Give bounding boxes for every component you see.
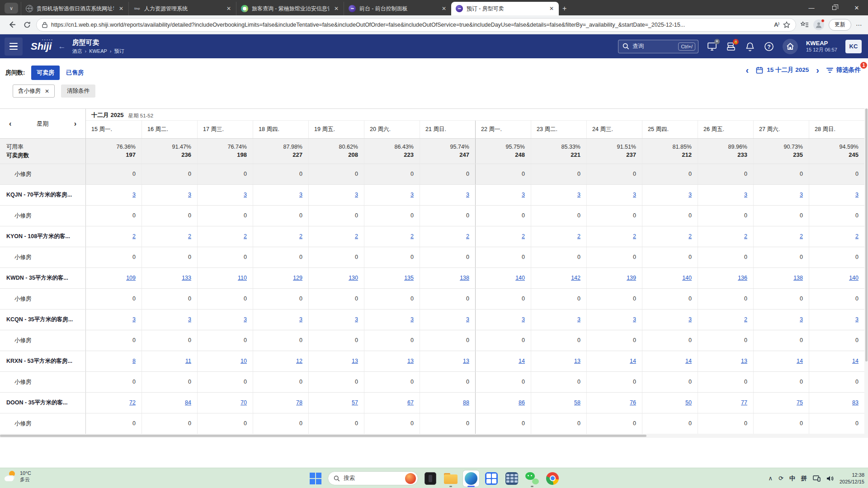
room-type-cell[interactable]: 2 xyxy=(753,226,809,247)
availability-link[interactable]: 3 xyxy=(633,191,636,199)
room-type-cell[interactable]: 3 xyxy=(809,185,864,205)
availability-link[interactable]: 3 xyxy=(466,316,469,324)
ime-scheme-indicator[interactable]: 拼 xyxy=(801,474,807,483)
room-type-cell[interactable]: 2 xyxy=(809,226,864,247)
availability-link[interactable]: 14 xyxy=(630,357,636,366)
availability-link[interactable]: 13 xyxy=(407,357,414,366)
notifications-bell-icon[interactable] xyxy=(745,41,755,52)
room-type-cell[interactable]: 2 xyxy=(420,226,475,247)
dark-app-icon[interactable] xyxy=(422,470,439,487)
edge-browser-icon[interactable] xyxy=(463,470,479,487)
availability-link[interactable]: 142 xyxy=(571,274,580,282)
room-type-cell[interactable]: 2 xyxy=(642,226,698,247)
wechat-icon[interactable] xyxy=(524,470,540,487)
tray-expand-icon[interactable]: ∧ xyxy=(769,475,773,482)
room-type-cell[interactable]: 2 xyxy=(142,226,197,247)
availability-link[interactable]: 2 xyxy=(188,233,191,241)
room-type-cell[interactable]: 3 xyxy=(86,310,142,330)
include-minor-repair-chip[interactable]: 含小修房 ✕ xyxy=(13,84,55,98)
tray-clock[interactable]: 12:38 2025/12/15 xyxy=(840,472,864,485)
back-icon[interactable] xyxy=(5,19,18,31)
chrome-icon[interactable] xyxy=(544,470,561,487)
room-type-cell[interactable]: 3 xyxy=(253,185,308,205)
room-type-cell[interactable]: 3 xyxy=(531,185,586,205)
tab-close-icon[interactable]: ✕ xyxy=(440,5,448,12)
cashier-icon[interactable]: 🔒 xyxy=(726,41,736,52)
browser-tab[interactable]: Shiji人力资源管理系统✕ xyxy=(128,2,236,15)
room-type-cell[interactable]: 2 xyxy=(308,226,364,247)
room-type-cell[interactable]: 3 xyxy=(420,310,475,330)
browser-tab[interactable]: 贵阳机场智选假日酒店系统网址导✕ xyxy=(21,2,128,15)
availability-link[interactable]: 2 xyxy=(299,233,302,241)
room-type-cell[interactable]: 129 xyxy=(253,268,308,288)
availability-link[interactable]: 2 xyxy=(410,233,414,241)
availability-link[interactable]: 2 xyxy=(800,233,803,241)
availability-link[interactable]: 13 xyxy=(352,357,358,366)
volume-icon[interactable] xyxy=(826,475,834,482)
availability-link[interactable]: 3 xyxy=(244,316,247,324)
availability-link[interactable]: 138 xyxy=(460,274,469,282)
availability-link[interactable]: 3 xyxy=(689,316,692,324)
availability-link[interactable]: 3 xyxy=(577,316,580,324)
clear-filters-button[interactable]: 清除条件 xyxy=(61,84,95,98)
availability-link[interactable]: 13 xyxy=(463,357,469,366)
room-type-cell[interactable]: 88 xyxy=(420,393,475,413)
property-block[interactable]: KWEAP 15 12月 06:57 xyxy=(806,40,837,53)
browser-update-button[interactable]: 更新 xyxy=(829,19,851,31)
availability-link[interactable]: 3 xyxy=(355,191,358,199)
availability-link[interactable]: 3 xyxy=(466,191,469,199)
availability-link[interactable]: 3 xyxy=(744,191,747,199)
room-type-cell[interactable]: 2 xyxy=(698,226,753,247)
file-explorer-icon[interactable] xyxy=(443,470,459,487)
availability-link[interactable]: 140 xyxy=(849,274,859,282)
availability-link[interactable]: 3 xyxy=(855,316,859,324)
availability-link[interactable]: 109 xyxy=(126,274,136,282)
room-type-cell[interactable]: 133 xyxy=(142,268,197,288)
room-type-cell[interactable]: 3 xyxy=(142,185,197,205)
room-type-cell[interactable]: 142 xyxy=(531,268,586,288)
room-type-cell[interactable]: 3 xyxy=(308,185,364,205)
availability-link[interactable]: 3 xyxy=(132,316,136,324)
room-type-cell[interactable]: 13 xyxy=(531,351,586,371)
room-type-cell[interactable]: 2 xyxy=(86,226,142,247)
breadcrumb-property[interactable]: KWEAP xyxy=(89,48,107,54)
room-type-cell[interactable]: 3 xyxy=(253,310,308,330)
breadcrumb-hotel[interactable]: 酒店 xyxy=(72,48,82,55)
availability-link[interactable]: 3 xyxy=(244,191,247,199)
read-aloud-icon[interactable]: A) xyxy=(774,21,779,28)
room-type-cell[interactable]: 3 xyxy=(86,185,142,205)
restore-button[interactable] xyxy=(823,0,845,15)
browser-tab[interactable]: 预订 - 房型可卖✕ xyxy=(451,2,559,15)
room-type-cell[interactable]: 13 xyxy=(364,351,420,371)
room-type-cell[interactable]: 58 xyxy=(531,393,586,413)
room-type-cell[interactable]: 3 xyxy=(698,185,753,205)
availability-link[interactable]: 3 xyxy=(522,316,525,324)
availability-link[interactable]: 3 xyxy=(355,316,358,324)
browser-menu-icon[interactable]: ⋯ xyxy=(856,21,863,28)
date-picker[interactable]: 15 十二月 2025 xyxy=(756,66,809,74)
global-search-input[interactable]: 查询 Ctrl+/ xyxy=(618,40,698,53)
tab-close-icon[interactable]: ✕ xyxy=(225,5,232,12)
room-type-cell[interactable]: 14 xyxy=(475,351,531,371)
availability-link[interactable]: 75 xyxy=(797,399,803,407)
header-back-icon[interactable]: ← xyxy=(58,42,66,51)
availability-link[interactable]: 78 xyxy=(296,399,302,407)
availability-link[interactable]: 14 xyxy=(685,357,692,366)
room-type-cell[interactable]: 3 xyxy=(475,310,531,330)
availability-link[interactable]: 2 xyxy=(689,233,692,241)
availability-link[interactable]: 3 xyxy=(188,316,191,324)
room-type-cell[interactable]: 14 xyxy=(753,351,809,371)
availability-link[interactable]: 3 xyxy=(577,191,580,199)
availability-link[interactable]: 3 xyxy=(800,316,803,324)
availability-link[interactable]: 84 xyxy=(185,399,191,407)
breadcrumb-reservation[interactable]: 预订 xyxy=(114,48,124,55)
room-type-cell[interactable]: 138 xyxy=(420,268,475,288)
room-type-cell[interactable]: 57 xyxy=(308,393,364,413)
availability-link[interactable]: 76 xyxy=(630,399,636,407)
room-type-cell[interactable]: 130 xyxy=(308,268,364,288)
availability-link[interactable]: 13 xyxy=(741,357,747,366)
availability-link[interactable]: 3 xyxy=(855,191,859,199)
room-type-cell[interactable]: 2 xyxy=(364,226,420,247)
availability-link[interactable]: 86 xyxy=(519,399,525,407)
room-type-cell[interactable]: 3 xyxy=(809,310,864,330)
